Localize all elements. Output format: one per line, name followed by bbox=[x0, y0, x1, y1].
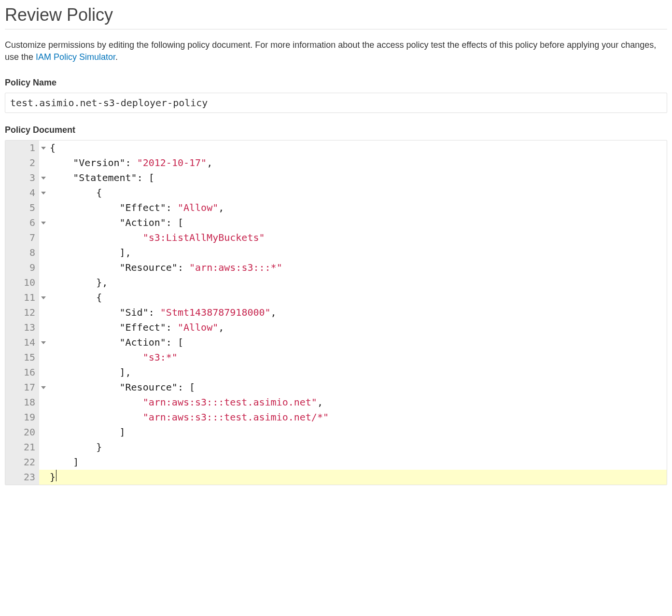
code-line[interactable]: 17 "Resource": [ bbox=[5, 380, 667, 395]
code-content[interactable]: { bbox=[39, 290, 102, 305]
code-line[interactable]: 6 "Action": [ bbox=[5, 215, 667, 230]
line-number: 13 bbox=[5, 320, 39, 335]
line-number: 14 bbox=[5, 335, 39, 350]
code-line[interactable]: 2 "Version": "2012-10-17", bbox=[5, 155, 667, 170]
code-content[interactable]: "Statement": [ bbox=[39, 170, 154, 185]
code-content[interactable]: "Sid": "Stmt1438787918000", bbox=[39, 305, 277, 320]
code-content[interactable]: } bbox=[39, 470, 56, 485]
code-line[interactable]: 21 } bbox=[5, 440, 667, 455]
line-number: 21 bbox=[5, 440, 39, 455]
code-content[interactable]: "Effect": "Allow", bbox=[39, 200, 224, 215]
code-line[interactable]: 9 "Resource": "arn:aws:s3:::*" bbox=[5, 260, 667, 275]
code-content[interactable]: "s3:*" bbox=[39, 350, 178, 365]
fold-marker-icon[interactable] bbox=[41, 296, 46, 299]
code-content[interactable]: "Action": [ bbox=[39, 215, 183, 230]
line-number: 11 bbox=[5, 290, 39, 305]
line-number: 3 bbox=[5, 170, 39, 185]
policy-document-editor[interactable]: 1{2 "Version": "2012-10-17",3 "Statement… bbox=[5, 140, 667, 485]
code-content[interactable]: "Resource": [ bbox=[39, 380, 195, 395]
iam-policy-simulator-link[interactable]: IAM Policy Simulator bbox=[36, 52, 115, 62]
policy-document-label: Policy Document bbox=[5, 125, 667, 135]
text-cursor bbox=[56, 470, 56, 481]
code-line[interactable]: 14 "Action": [ bbox=[5, 335, 667, 350]
page-title: Review Policy bbox=[5, 5, 667, 29]
line-number: 16 bbox=[5, 365, 39, 380]
code-line[interactable]: 1{ bbox=[5, 140, 667, 155]
code-content[interactable]: }, bbox=[39, 275, 108, 290]
code-line[interactable]: 13 "Effect": "Allow", bbox=[5, 320, 667, 335]
code-line[interactable]: 16 ], bbox=[5, 365, 667, 380]
line-number: 4 bbox=[5, 185, 39, 200]
code-content[interactable]: "Resource": "arn:aws:s3:::*" bbox=[39, 260, 282, 275]
code-line[interactable]: 22 ] bbox=[5, 455, 667, 470]
line-number: 17 bbox=[5, 380, 39, 395]
line-number: 2 bbox=[5, 155, 39, 170]
code-content[interactable]: "arn:aws:s3:::test.asimio.net/*" bbox=[39, 410, 329, 425]
fold-marker-icon[interactable] bbox=[41, 192, 46, 195]
line-number: 15 bbox=[5, 350, 39, 365]
line-number: 6 bbox=[5, 215, 39, 230]
code-content[interactable]: ] bbox=[39, 455, 79, 470]
line-number: 18 bbox=[5, 395, 39, 410]
line-number: 23 bbox=[5, 470, 39, 485]
line-number: 10 bbox=[5, 275, 39, 290]
code-line[interactable]: 15 "s3:*" bbox=[5, 350, 667, 365]
policy-name-input[interactable] bbox=[5, 93, 667, 113]
code-line[interactable]: 8 ], bbox=[5, 245, 667, 260]
code-content[interactable]: "Effect": "Allow", bbox=[39, 320, 224, 335]
code-line[interactable]: 20 ] bbox=[5, 425, 667, 440]
line-number: 7 bbox=[5, 230, 39, 245]
code-content[interactable]: "Version": "2012-10-17", bbox=[39, 155, 212, 170]
line-number: 8 bbox=[5, 245, 39, 260]
code-content[interactable]: "arn:aws:s3:::test.asimio.net", bbox=[39, 395, 323, 410]
code-line[interactable]: 10 }, bbox=[5, 275, 667, 290]
code-content[interactable]: { bbox=[39, 185, 102, 200]
code-line[interactable]: 11 { bbox=[5, 290, 667, 305]
code-line[interactable]: 4 { bbox=[5, 185, 667, 200]
code-content[interactable]: } bbox=[39, 440, 102, 455]
line-number: 20 bbox=[5, 425, 39, 440]
code-content[interactable]: ], bbox=[39, 245, 131, 260]
policy-name-label: Policy Name bbox=[5, 78, 667, 88]
code-line[interactable]: 3 "Statement": [ bbox=[5, 170, 667, 185]
code-line[interactable]: 5 "Effect": "Allow", bbox=[5, 200, 667, 215]
code-line[interactable]: 23} bbox=[5, 470, 667, 485]
fold-marker-icon[interactable] bbox=[41, 147, 46, 150]
code-line[interactable]: 18 "arn:aws:s3:::test.asimio.net", bbox=[5, 395, 667, 410]
line-number: 12 bbox=[5, 305, 39, 320]
code-content[interactable]: "Action": [ bbox=[39, 335, 183, 350]
fold-marker-icon[interactable] bbox=[41, 222, 46, 224]
fold-marker-icon[interactable] bbox=[41, 341, 46, 344]
code-content[interactable]: ], bbox=[39, 365, 131, 380]
description-text: Customize permissions by editing the fol… bbox=[5, 39, 667, 63]
line-number: 1 bbox=[5, 140, 39, 155]
code-line[interactable]: 7 "s3:ListAllMyBuckets" bbox=[5, 230, 667, 245]
fold-marker-icon[interactable] bbox=[41, 177, 46, 180]
code-line[interactable]: 12 "Sid": "Stmt1438787918000", bbox=[5, 305, 667, 320]
line-number: 19 bbox=[5, 410, 39, 425]
code-line[interactable]: 19 "arn:aws:s3:::test.asimio.net/*" bbox=[5, 410, 667, 425]
code-content[interactable]: "s3:ListAllMyBuckets" bbox=[39, 230, 265, 245]
line-number: 22 bbox=[5, 455, 39, 470]
line-number: 9 bbox=[5, 260, 39, 275]
code-content[interactable]: ] bbox=[39, 425, 126, 440]
description-suffix: . bbox=[115, 52, 118, 62]
fold-marker-icon[interactable] bbox=[41, 386, 46, 389]
line-number: 5 bbox=[5, 200, 39, 215]
